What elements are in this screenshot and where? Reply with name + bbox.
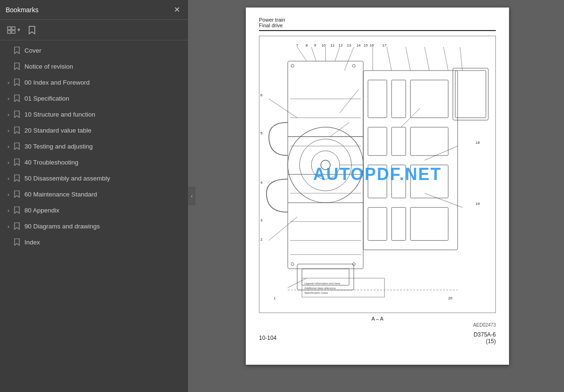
ribbon-icon [12, 222, 22, 230]
chevron-icon: › [5, 191, 12, 198]
page-area: Power train Final drive [188, 0, 564, 392]
svg-text:Specification notes: Specification notes [304, 291, 328, 294]
svg-rect-18 [410, 165, 448, 198]
bookmark-item-30-testing[interactable]: › 30 Testing and adjusting [0, 138, 188, 154]
svg-rect-35 [455, 71, 486, 118]
bookmark-label: 90 Diagrams and drawings [24, 223, 184, 230]
diagram-caption: A – A [259, 316, 496, 321]
svg-rect-10 [368, 80, 387, 118]
sidebar-toolbar: ▼ [0, 20, 188, 40]
svg-text:13: 13 [347, 43, 351, 47]
expand-arrow: ▼ [16, 27, 21, 32]
svg-text:12: 12 [338, 43, 343, 47]
bookmark-label: Notice of revision [24, 63, 184, 70]
ribbon-icon [12, 174, 22, 182]
bookmark-item-50-disassembly[interactable]: › 50 Disassembly and assembly [0, 170, 188, 186]
svg-text:6: 6 [260, 93, 263, 97]
svg-line-53 [345, 47, 354, 71]
bookmark-item-90-diagrams[interactable]: › 90 Diagrams and drawings [0, 218, 188, 234]
svg-point-37 [352, 64, 355, 67]
svg-text:3: 3 [260, 218, 263, 222]
bookmark-label: 80 Appendix [24, 207, 184, 214]
diagram-container: 7 8 9 10 11 12 13 14 15 16 17 6 [259, 36, 496, 313]
svg-line-59 [460, 47, 462, 71]
page-number-right: D375A-6 (15) [474, 331, 496, 345]
page-footer: 10-104 D375A-6 (15) [259, 331, 496, 345]
bookmark-item-20-standard[interactable]: › 20 Standard value table [0, 122, 188, 138]
chevron-icon: › [5, 175, 12, 182]
chevron-icon: › [5, 79, 12, 86]
svg-text:4: 4 [260, 180, 263, 185]
svg-text:10: 10 [321, 43, 326, 47]
svg-text:14: 14 [356, 43, 360, 47]
page-header-title: Power train [259, 17, 496, 23]
svg-text:17: 17 [383, 43, 387, 47]
svg-rect-34 [453, 68, 488, 120]
svg-rect-1 [12, 27, 15, 30]
svg-rect-15 [410, 127, 448, 156]
svg-line-56 [406, 47, 410, 71]
collapse-sidebar-button[interactable]: ‹ [188, 187, 196, 205]
svg-text:16: 16 [369, 43, 374, 47]
svg-rect-17 [392, 165, 406, 198]
svg-line-49 [297, 47, 306, 61]
bookmark-label: Cover [24, 47, 184, 54]
bookmark-label: Index [24, 239, 184, 246]
bookmark-panel-button[interactable] [26, 24, 38, 36]
svg-line-57 [424, 47, 429, 71]
svg-rect-13 [368, 127, 387, 156]
svg-line-42 [340, 89, 359, 113]
svg-text:18: 18 [476, 141, 480, 145]
svg-line-52 [335, 47, 340, 61]
bookmark-item-index[interactable]: Index [0, 234, 188, 250]
chevron-icon: › [5, 127, 12, 134]
svg-rect-32 [297, 264, 353, 290]
bookmark-item-01-spec[interactable]: › 01 Specification [0, 90, 188, 106]
ribbon-icon [12, 47, 22, 54]
main-panel: ‹ Power train Final drive [188, 0, 564, 392]
svg-text:9: 9 [314, 43, 316, 47]
document-page: Power train Final drive [246, 8, 509, 365]
ribbon-icon [12, 142, 22, 150]
svg-rect-0 [8, 27, 11, 30]
ribbon-icon [12, 78, 22, 86]
ribbon-icon [12, 206, 22, 214]
svg-rect-20 [392, 207, 406, 240]
bookmark-label: 40 Troubleshooting [24, 159, 184, 166]
svg-line-50 [311, 47, 316, 61]
svg-line-44 [424, 193, 462, 207]
bookmark-item-40-trouble[interactable]: › 40 Troubleshooting [0, 154, 188, 170]
bookmark-list: Cover Notice of revision› 00 Index and F… [0, 40, 188, 392]
bookmark-item-notice[interactable]: Notice of revision [0, 58, 188, 74]
sidebar: Bookmarks ✕ ▼ Cover Notice of revision› … [0, 0, 188, 392]
bookmark-item-60-maintenance[interactable]: › 60 Maintenance Standard [0, 186, 188, 202]
svg-point-9 [321, 160, 330, 170]
expand-all-button[interactable]: ▼ [5, 25, 24, 35]
ribbon-icon [12, 126, 22, 134]
svg-rect-3 [12, 31, 15, 33]
svg-text:Legend information text here: Legend information text here [304, 282, 340, 285]
bookmark-item-80-appendix[interactable]: › 80 Appendix [0, 202, 188, 218]
svg-line-41 [269, 217, 297, 240]
ribbon-icon [12, 238, 22, 246]
ribbon-icon [12, 94, 22, 102]
page-header-sub: Final drive [259, 23, 496, 28]
sidebar-header: Bookmarks ✕ [0, 0, 188, 20]
technical-drawing: 7 8 9 10 11 12 13 14 15 16 17 6 [259, 36, 495, 313]
close-button[interactable]: ✕ [172, 5, 182, 15]
svg-rect-19 [368, 207, 387, 240]
svg-line-47 [330, 123, 349, 137]
bookmark-item-cover[interactable]: Cover [0, 42, 188, 58]
bookmark-item-10-structure[interactable]: › 10 Structure and function [0, 106, 188, 122]
chevron-icon: › [5, 95, 12, 102]
bookmark-item-00-index[interactable]: › 00 Index and Foreword [0, 74, 188, 90]
bookmark-label: 50 Disassembly and assembly [24, 175, 184, 182]
svg-text:7: 7 [296, 43, 298, 47]
svg-line-55 [387, 47, 392, 71]
chevron-icon: › [5, 143, 12, 150]
page-header: Power train Final drive [259, 17, 496, 31]
bookmark-label: 20 Standard value table [24, 127, 184, 134]
chevron-icon: › [5, 159, 12, 166]
svg-text:5: 5 [260, 131, 263, 135]
bookmark-icon [29, 26, 35, 34]
